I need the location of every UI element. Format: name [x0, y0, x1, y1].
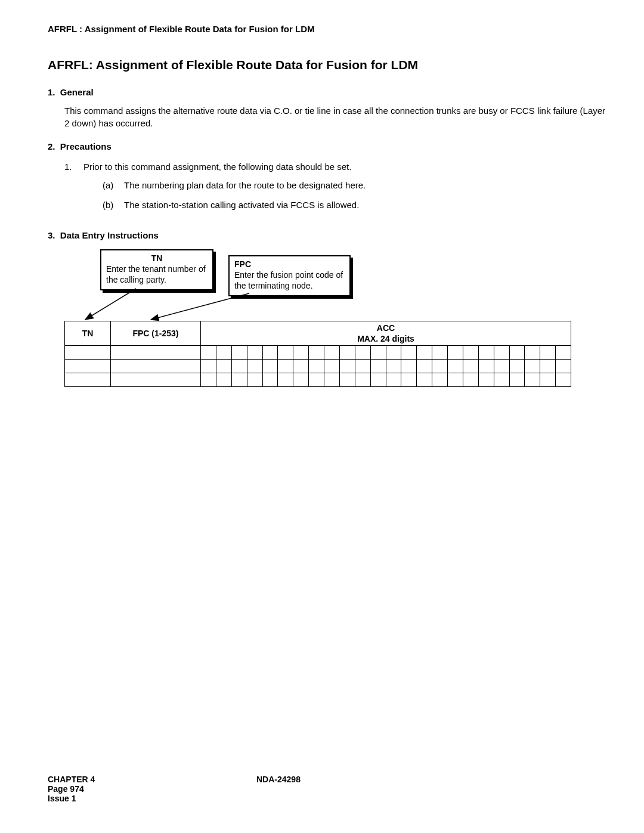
- cell-acc: [463, 373, 478, 387]
- cell-acc: [339, 360, 355, 373]
- cell-acc: [293, 346, 309, 360]
- item-alpha: (b): [103, 199, 124, 211]
- cell-acc: [401, 360, 417, 373]
- cell-acc: [556, 373, 571, 387]
- cell-acc: [278, 373, 293, 387]
- section-body: 1. Prior to this command assignment, the…: [64, 160, 608, 218]
- item-alpha: (a): [103, 179, 124, 191]
- cell-tn: [65, 360, 111, 373]
- cell-acc: [509, 360, 525, 373]
- section-num: 3.: [48, 230, 55, 240]
- cell-acc: [448, 360, 463, 373]
- cell-acc: [386, 360, 401, 373]
- data-entry-table: TNFPC (1-253)ACCMAX. 24 digits: [64, 321, 571, 387]
- cell-acc: [509, 346, 525, 360]
- cell-acc: [339, 346, 355, 360]
- cell-acc: [355, 373, 370, 387]
- item-number: 1.: [64, 160, 83, 218]
- table-row: [65, 346, 571, 360]
- cell-acc: [432, 346, 448, 360]
- cell-acc: [309, 373, 324, 387]
- cell-acc: [231, 373, 247, 387]
- section-heading: 3. Data Entry Instructions: [48, 230, 608, 240]
- cell-acc: [478, 346, 494, 360]
- cell-acc: [417, 373, 432, 387]
- cell-acc: [339, 373, 355, 387]
- cell-acc: [494, 360, 509, 373]
- cell-acc: [525, 346, 540, 360]
- cell-acc: [324, 346, 340, 360]
- list-item: (b) The station-to-station calling activ…: [103, 199, 366, 211]
- page-footer: CHAPTER 4 NDA-24298 Page 974 Issue 1: [48, 775, 608, 803]
- section-num: 1.: [48, 87, 55, 97]
- cell-acc: [278, 360, 293, 373]
- item-text: Prior to this command assignment, the fo…: [83, 162, 351, 172]
- page-header: AFRFL : Assignment of Flexible Route Dat…: [48, 24, 608, 34]
- arrow-line: [85, 289, 136, 320]
- callout-fpc: FPC Enter the fusion point code of the t…: [228, 255, 351, 296]
- cell-acc: [417, 346, 432, 360]
- cell-acc: [386, 346, 401, 360]
- cell-acc: [231, 346, 247, 360]
- section-heading: 2. Precautions: [48, 141, 608, 151]
- cell-acc: [448, 373, 463, 387]
- cell-acc: [509, 373, 525, 387]
- footer-chapter: CHAPTER 4: [48, 775, 256, 784]
- cell-acc: [525, 373, 540, 387]
- cell-acc: [432, 360, 448, 373]
- cell-acc: [201, 346, 216, 360]
- th-acc-sub: MAX. 24 digits: [201, 333, 571, 346]
- cell-acc: [432, 373, 448, 387]
- section-label: Data Entry Instructions: [60, 230, 159, 240]
- cell-acc: [478, 373, 494, 387]
- cell-acc: [309, 360, 324, 373]
- section-precautions: 2. Precautions 1. Prior to this command …: [48, 141, 608, 218]
- cell-acc: [540, 373, 556, 387]
- section-label: General: [60, 87, 94, 97]
- cell-acc: [293, 360, 309, 373]
- cell-fpc: [111, 360, 201, 373]
- cell-fpc: [111, 346, 201, 360]
- cell-acc: [494, 373, 509, 387]
- section-body: This command assigns the alternative rou…: [64, 104, 608, 129]
- cell-acc: [463, 346, 478, 360]
- cell-acc: [463, 360, 478, 373]
- table-row: [65, 373, 571, 387]
- cell-acc: [324, 360, 340, 373]
- diagram: TN Enter the tenant number of the callin…: [64, 249, 608, 387]
- th-tn: TN: [65, 321, 111, 346]
- cell-acc: [525, 360, 540, 373]
- cell-acc: [309, 346, 324, 360]
- cell-acc: [247, 373, 262, 387]
- cell-acc: [556, 346, 571, 360]
- cell-acc: [216, 360, 231, 373]
- cell-acc: [401, 346, 417, 360]
- cell-acc: [247, 346, 262, 360]
- cell-acc: [494, 346, 509, 360]
- cell-tn: [65, 346, 111, 360]
- cell-acc: [540, 346, 556, 360]
- cell-acc: [262, 373, 278, 387]
- item-text: The numbering plan data for the route to…: [124, 179, 366, 191]
- cell-acc: [370, 346, 386, 360]
- cell-acc: [417, 360, 432, 373]
- footer-doc: NDA-24298: [256, 775, 301, 784]
- th-acc: ACC: [201, 321, 571, 334]
- cell-acc: [293, 373, 309, 387]
- cell-acc: [448, 346, 463, 360]
- cell-acc: [231, 360, 247, 373]
- callout-title: FPC: [234, 259, 345, 270]
- cell-acc: [262, 360, 278, 373]
- section-data-entry: 3. Data Entry Instructions TN Enter the …: [48, 230, 608, 387]
- cell-acc: [556, 360, 571, 373]
- page-title: AFRFL: Assignment of Flexible Route Data…: [48, 58, 608, 72]
- cell-tn: [65, 373, 111, 387]
- section-label: Precautions: [60, 141, 112, 151]
- cell-acc: [216, 346, 231, 360]
- callout-text: Enter the tenant number of the calling p…: [106, 264, 208, 285]
- section-heading: 1. General: [48, 87, 608, 97]
- callout-tn: TN Enter the tenant number of the callin…: [100, 249, 213, 290]
- list-item: (a) The numbering plan data for the rout…: [103, 179, 366, 191]
- cell-acc: [201, 373, 216, 387]
- section-num: 2.: [48, 141, 55, 151]
